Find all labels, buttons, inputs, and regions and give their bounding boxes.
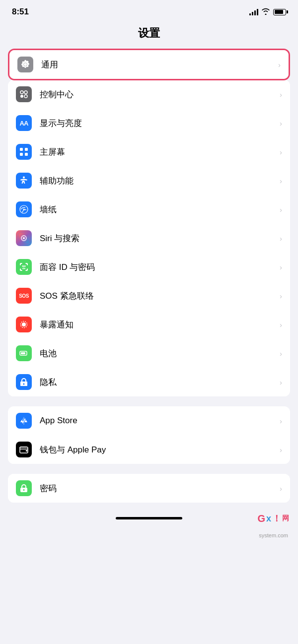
accessibility-icon xyxy=(16,173,32,189)
settings-item-wallpaper[interactable]: 墙纸 › xyxy=(8,195,290,224)
svg-point-12 xyxy=(22,322,26,326)
appstore-label: App Store xyxy=(40,416,276,426)
general-chevron: › xyxy=(278,61,281,69)
home-icon xyxy=(16,144,32,160)
svg-rect-7 xyxy=(25,153,28,156)
settings-item-control-center[interactable]: 控制中心 › xyxy=(8,80,290,109)
watermark-x: x xyxy=(266,514,271,524)
svg-rect-4 xyxy=(20,148,23,151)
svg-point-3 xyxy=(24,95,27,98)
siri-icon xyxy=(16,230,32,246)
svg-point-9 xyxy=(23,209,25,210)
status-icons xyxy=(249,8,286,16)
sos-label: SOS 紧急联络 xyxy=(40,290,276,302)
settings-item-sos[interactable]: SOS SOS 紧急联络 › xyxy=(8,281,290,310)
wallpaper-label: 墙纸 xyxy=(40,204,276,215)
svg-rect-6 xyxy=(20,153,23,156)
svg-point-1 xyxy=(24,91,27,94)
watermark-net: 网 xyxy=(282,514,289,523)
appstore-icon xyxy=(16,413,32,429)
settings-item-appstore[interactable]: App Store › xyxy=(8,406,290,435)
faceid-label: 面容 ID 与密码 xyxy=(40,261,276,273)
watermark-exclaim: ！ xyxy=(272,513,281,524)
battery-icon-menu xyxy=(16,345,32,361)
battery-icon xyxy=(273,9,286,15)
settings-item-general[interactable]: 通用 › xyxy=(9,50,289,79)
wallet-label: 钱包与 Apple Pay xyxy=(40,444,276,455)
settings-item-password[interactable]: 密码 › xyxy=(8,474,290,503)
status-bar: 8:51 xyxy=(0,0,298,21)
sos-icon: SOS xyxy=(16,288,32,304)
privacy-icon xyxy=(16,374,32,390)
privacy-label: 隐私 xyxy=(40,377,276,388)
watermark-brand: G xyxy=(257,513,265,524)
accessibility-label: 辅助功能 xyxy=(40,175,276,187)
home-indicator xyxy=(116,517,182,519)
settings-item-wallet[interactable]: 钱包与 Apple Pay › xyxy=(8,435,290,464)
display-label: 显示与亮度 xyxy=(40,118,276,129)
general-label: 通用 xyxy=(41,59,274,70)
settings-item-battery[interactable]: 电池 › xyxy=(8,339,290,368)
svg-point-8 xyxy=(23,177,25,179)
status-time: 8:51 xyxy=(12,7,29,17)
svg-point-19 xyxy=(23,489,25,491)
svg-rect-17 xyxy=(26,450,27,451)
exposure-icon xyxy=(16,317,32,332)
faceid-icon xyxy=(16,259,32,275)
wallpaper-icon xyxy=(16,201,32,217)
settings-item-home[interactable]: 主屏幕 › xyxy=(8,137,290,166)
wifi-icon xyxy=(261,8,270,16)
settings-item-exposure[interactable]: 暴露通知 › xyxy=(8,310,290,339)
page-header: 设置 xyxy=(0,21,298,49)
password-icon xyxy=(16,480,32,496)
control-center-label: 控制中心 xyxy=(40,89,276,100)
svg-rect-5 xyxy=(25,148,28,151)
wallet-icon xyxy=(16,442,32,457)
settings-group-2: App Store › 钱包与 Apple Pay › xyxy=(8,406,290,464)
watermark-url: system.com xyxy=(0,532,298,548)
page-title: 设置 xyxy=(138,27,160,39)
password-label: 密码 xyxy=(40,483,276,494)
signal-icon xyxy=(249,8,258,15)
settings-item-siri[interactable]: Siri 与搜索 › xyxy=(8,224,290,253)
settings-item-accessibility[interactable]: 辅助功能 › xyxy=(8,166,290,195)
battery-label: 电池 xyxy=(40,348,276,359)
svg-point-2 xyxy=(20,95,23,98)
settings-item-display[interactable]: AA 显示与亮度 › xyxy=(8,109,290,137)
siri-label: Siri 与搜索 xyxy=(40,233,276,244)
svg-point-11 xyxy=(23,237,25,239)
svg-point-0 xyxy=(20,91,23,94)
settings-item-faceid[interactable]: 面容 ID 与密码 › xyxy=(8,253,290,281)
control-center-icon xyxy=(16,86,32,102)
general-icon xyxy=(17,57,33,72)
display-icon: AA xyxy=(16,115,32,131)
svg-rect-15 xyxy=(21,352,25,354)
settings-item-privacy[interactable]: 隐私 › xyxy=(8,368,290,396)
exposure-label: 暴露通知 xyxy=(40,319,276,330)
home-label: 主屏幕 xyxy=(40,146,276,158)
